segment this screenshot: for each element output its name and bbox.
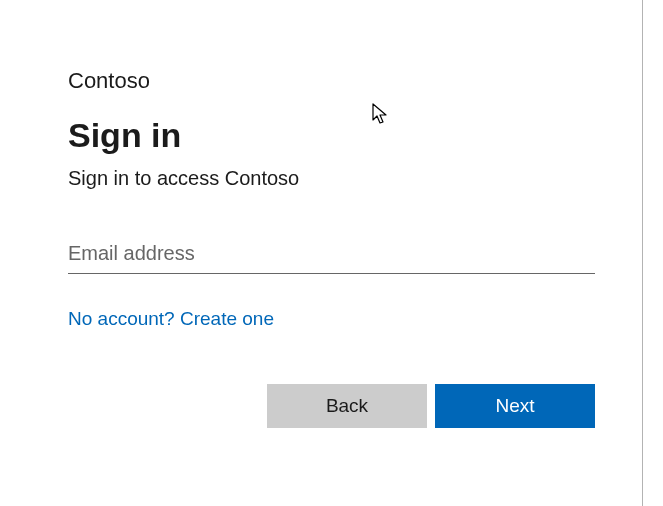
next-button[interactable]: Next [435, 384, 595, 428]
signin-panel: Contoso Sign in Sign in to access Contos… [0, 0, 663, 428]
page-subtext: Sign in to access Contoso [68, 167, 595, 190]
email-field[interactable] [68, 238, 595, 274]
page-title: Sign in [68, 116, 595, 155]
brand-name: Contoso [68, 68, 595, 94]
create-account-link[interactable]: No account? Create one [68, 308, 274, 330]
back-button[interactable]: Back [267, 384, 427, 428]
button-row: Back Next [68, 384, 595, 428]
panel-divider [642, 0, 643, 506]
